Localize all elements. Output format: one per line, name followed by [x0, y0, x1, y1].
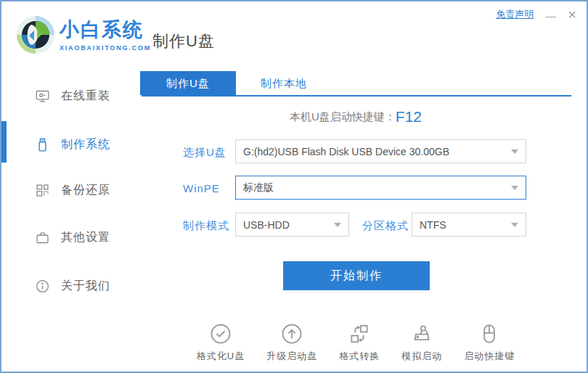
tool-format-usb[interactable]: 格式化U盘 — [197, 323, 245, 363]
usb-select-dropdown[interactable]: G:(hd2)USB Flash Disk USB Device 30.00GB — [235, 139, 526, 163]
check-circle-icon — [210, 323, 232, 345]
sidebar-item-online-reinstall[interactable]: 在线重装 — [1, 81, 140, 110]
tool-label: 格式化U盘 — [197, 350, 245, 363]
sidebar-item-other-settings[interactable]: 其他设置 — [1, 223, 140, 252]
tool-format-convert[interactable]: 格式转换 — [339, 323, 380, 363]
start-make-button[interactable]: 开始制作 — [283, 261, 430, 290]
close-button[interactable]: × — [568, 7, 576, 22]
info-circle-icon — [35, 279, 50, 294]
tool-boot-hotkey[interactable]: 启动快捷键 — [464, 323, 515, 363]
winpe-value: 标准版 — [243, 181, 505, 194]
sidebar-item-label: 其他设置 — [61, 230, 110, 245]
stamp-icon — [411, 323, 433, 345]
app-name: 小白系统 — [60, 20, 151, 40]
usb-select-value: G:(hd2)USB Flash Disk USB Device 30.00GB — [243, 146, 505, 157]
minimize-button[interactable]: — — [545, 9, 556, 21]
sidebar-item-make-system[interactable]: 制作系统 — [1, 130, 140, 159]
footer-toolbar: 格式化U盘 升级启动盘 格式转换 — [140, 323, 571, 363]
chevron-down-icon — [511, 223, 518, 227]
usb-drive-icon — [35, 137, 50, 152]
tool-label: 模拟启动 — [401, 350, 442, 363]
tab-make-usb[interactable]: 制作U盘 — [140, 71, 236, 95]
sidebar: 在线重装 制作系统 备份还原 其他设置 — [1, 67, 140, 373]
convert-icon — [348, 323, 370, 345]
app-window: 免责声明 — × 小白系统 XIAOBAIXITONG.COM 制作U盘 在线重… — [0, 0, 588, 373]
chevron-down-icon — [334, 223, 341, 227]
winpe-label: WinPE — [183, 182, 220, 194]
tab-underline — [142, 95, 571, 97]
tab-make-local[interactable]: 制作本地 — [236, 71, 332, 95]
app-site: XIAOBAIXITONG.COM — [60, 44, 151, 52]
boot-hotkey-row: 本机U盘启动快捷键：F12 — [140, 108, 571, 126]
mode-label: 制作模式 — [183, 219, 229, 233]
tool-label: 格式转换 — [339, 350, 380, 363]
monitor-icon — [35, 89, 50, 104]
mode-dropdown[interactable]: USB-HDD — [235, 213, 349, 237]
tab-bar: 制作U盘 制作本地 — [140, 71, 332, 95]
mode-value: USB-HDD — [243, 219, 328, 231]
page-title: 制作U盘 — [152, 30, 215, 52]
backup-grid-icon — [35, 183, 50, 198]
usb-select-label: 选择U盘 — [183, 146, 226, 160]
sidebar-item-backup-restore[interactable]: 备份还原 — [1, 176, 140, 205]
sidebar-item-about-us[interactable]: 关于我们 — [1, 271, 140, 300]
boot-hotkey-label: 本机U盘启动快捷键： — [290, 110, 396, 123]
tool-simulate-boot[interactable]: 模拟启动 — [401, 323, 442, 363]
sidebar-item-label: 备份还原 — [61, 183, 110, 198]
titlebar-controls: 免责声明 — × — [496, 7, 576, 22]
sidebar-item-label: 关于我们 — [61, 279, 110, 294]
boot-hotkey-value: F12 — [396, 108, 422, 125]
tool-label: 启动快捷键 — [464, 350, 515, 363]
tool-upgrade-boot-disk[interactable]: 升级启动盘 — [266, 323, 317, 363]
winpe-dropdown[interactable]: 标准版 — [235, 176, 526, 200]
tool-label: 升级启动盘 — [266, 350, 317, 363]
app-logo-icon — [16, 15, 55, 54]
disclaimer-link[interactable]: 免责声明 — [496, 8, 534, 21]
partition-value: NTFS — [420, 219, 505, 231]
briefcase-icon — [35, 230, 50, 245]
mouse-icon — [478, 323, 500, 345]
app-logo-text: 小白系统 XIAOBAIXITONG.COM — [60, 20, 151, 52]
chevron-down-icon — [511, 186, 518, 190]
arrow-up-circle-icon — [281, 323, 303, 345]
chevron-down-icon — [511, 149, 518, 154]
partition-label: 分区格式 — [362, 219, 409, 233]
sidebar-item-label: 在线重装 — [61, 89, 110, 104]
partition-dropdown[interactable]: NTFS — [412, 213, 526, 237]
sidebar-item-label: 制作系统 — [61, 137, 110, 152]
